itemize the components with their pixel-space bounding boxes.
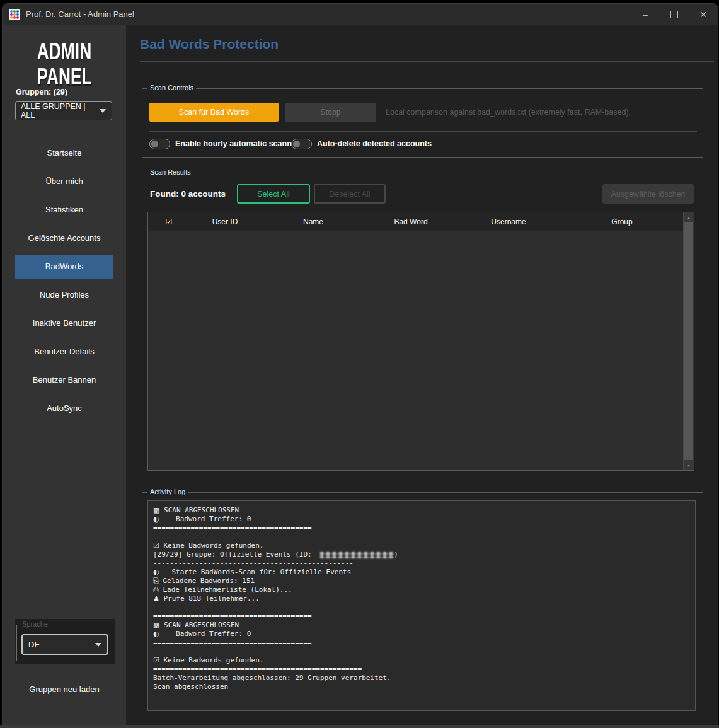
log-line: ◐ Badword Treffer: 0: [153, 515, 690, 524]
sidebar-item-geloeschte-accounts[interactable]: Gelöschte Accounts: [15, 226, 113, 250]
log-line: ⎙ Lade Teilnehmerliste (Lokal)...: [153, 586, 690, 594]
target-icon: ◐: [153, 515, 159, 523]
sidebar-item-statistiken[interactable]: Statistiken: [15, 198, 113, 222]
auto-delete-toggle-label: Auto-delete detected accounts: [317, 139, 432, 148]
badwords-file-icon: ⎘: [153, 577, 159, 585]
title-divider: [140, 61, 714, 62]
stop-button[interactable]: Stopp: [285, 103, 376, 122]
log-line: ======================================: [153, 612, 690, 621]
close-button[interactable]: ✕: [689, 4, 718, 25]
sidebar-item-inaktive-benutzer[interactable]: Inaktive Benutzer: [15, 311, 113, 335]
log-line: [153, 603, 690, 612]
vertical-scrollbar[interactable]: ▲ ▼: [683, 212, 694, 470]
scan-flag-icon: ▩: [153, 506, 159, 514]
toggle-off-icon: [291, 139, 312, 149]
check-icon: ☑: [153, 656, 159, 664]
bottom-edge: [0, 725, 719, 728]
column-header-select[interactable]: ☑: [166, 212, 173, 231]
log-line: [29/29] Gruppe: Offizielle Events (ID: -…: [153, 550, 690, 559]
sidebar-item-badwords[interactable]: BadWords: [15, 255, 113, 279]
column-header-user-id[interactable]: User ID: [212, 212, 238, 231]
reload-groups-button[interactable]: Gruppen neu laden: [3, 685, 126, 694]
activity-log-group: Activity Log ▩ SCAN ABGESCHLOSSEN◐ Badwo…: [142, 492, 703, 715]
scan-flag-icon: ▩: [153, 621, 159, 629]
column-header-username[interactable]: Username: [491, 212, 526, 231]
column-header-name[interactable]: Name: [303, 212, 323, 231]
scan-bad-words-button[interactable]: Scan für Bad Words: [149, 103, 279, 122]
log-line: ======================================: [153, 638, 690, 647]
log-line: ======================================: [153, 524, 690, 533]
auto-delete-toggle[interactable]: Auto-delete detected accounts: [291, 138, 432, 149]
found-accounts-label: Found: 0 accounts: [150, 184, 226, 204]
log-line: ☑ Keine Badwords gefunden.: [153, 541, 690, 550]
folder-open-icon: ⎙: [153, 586, 159, 594]
main-content: Bad Words Protection Scan Controls Scan …: [126, 25, 718, 725]
maximize-button[interactable]: [660, 4, 689, 25]
log-line: ========================================…: [153, 665, 690, 674]
table-header: ☑User IDNameBad WordUsernameGroup: [148, 212, 684, 231]
groups-dropdown[interactable]: ALLE GRUPPEN | ALL: [15, 101, 112, 120]
target-icon: ◐: [153, 630, 159, 638]
scroll-down-icon[interactable]: ▼: [684, 460, 694, 470]
app-icon: [9, 9, 20, 20]
maximize-icon: [670, 11, 678, 18]
log-line: ▩ SCAN ABGESCHLOSSEN: [153, 506, 690, 515]
chevron-down-icon: [100, 109, 106, 113]
scrollbar-thumb[interactable]: [684, 222, 693, 460]
log-line: ⎘ Geladene Badwords: 151: [153, 577, 690, 586]
sidebar-item-startseite[interactable]: Startseite: [15, 141, 113, 165]
redacted-group-id: [320, 552, 394, 558]
hourly-scan-toggle-label: Enable hourly automatic scanning: [175, 139, 304, 148]
activity-log-legend: Activity Log: [147, 488, 188, 495]
toggle-off-icon: [149, 139, 170, 149]
language-dropdown-value: DE: [28, 640, 40, 649]
log-line: [153, 533, 690, 541]
groups-count-label: Gruppen: (29): [16, 88, 67, 96]
log-line: ◐ Badword Treffer: 0: [153, 630, 690, 638]
deselect-all-button[interactable]: Deselect All: [314, 184, 386, 204]
language-panel: Sprache DE: [15, 619, 115, 664]
groups-dropdown-value: ALLE GRUPPEN | ALL: [21, 102, 100, 120]
column-header-group[interactable]: Group: [611, 212, 632, 231]
check-icon: ☑: [153, 541, 159, 550]
brand-title: ADMIN PANEL: [10, 38, 118, 90]
log-line: ▩ SCAN ABGESCHLOSSEN: [153, 621, 690, 630]
sidebar-item-nude-profiles[interactable]: Nude Profiles: [15, 283, 113, 307]
hourly-scan-toggle[interactable]: Enable hourly automatic scanning: [149, 138, 304, 149]
scan-controls-group: Scan Controls Scan für Bad Words Stopp L…: [142, 88, 703, 158]
log-line: ☑ Keine Badwords gefunden.: [153, 656, 690, 665]
sidebar: ADMIN PANEL Gruppen: (29) ALLE GRUPPEN |…: [3, 25, 126, 725]
controls-divider: [149, 131, 697, 132]
scan-results-group: Scan Results Found: 0 accounts Select Al…: [142, 173, 703, 477]
participants-icon: ♟: [153, 594, 159, 603]
scan-controls-legend: Scan Controls: [147, 84, 196, 91]
log-line: ♟ Prüfe 818 Teilnehmer...: [153, 594, 690, 603]
page-title: Bad Words Protection: [140, 37, 279, 52]
chevron-down-icon: [95, 643, 101, 647]
minimize-button[interactable]: –: [631, 4, 660, 25]
sidebar-item-ueber-mich[interactable]: Über mich: [15, 170, 113, 194]
sidebar-item-autosync[interactable]: AutoSync: [15, 396, 113, 420]
log-line: Batch-Verarbeitung abgeschlossen: 29 Gru…: [153, 674, 690, 683]
log-line: Scan abgeschlossen: [153, 683, 690, 691]
sidebar-item-benutzer-bannen[interactable]: Benutzer Bannen: [15, 368, 113, 392]
scroll-up-icon[interactable]: ▲: [684, 212, 694, 222]
language-dropdown[interactable]: DE: [21, 634, 108, 655]
column-header-bad-word[interactable]: Bad Word: [394, 212, 427, 231]
activity-log-text[interactable]: ▩ SCAN ABGESCHLOSSEN◐ Badword Treffer: 0…: [147, 500, 696, 711]
scan-results-legend: Scan Results: [147, 168, 193, 176]
results-table: ☑User IDNameBad WordUsernameGroup ▲ ▼: [147, 212, 694, 471]
log-line: [153, 647, 690, 656]
select-all-button[interactable]: Select All: [237, 184, 310, 204]
target-icon: ◐: [153, 568, 159, 576]
sidebar-menu: StartseiteÜber michStatistikenGelöschte …: [15, 141, 113, 425]
title-bar[interactable]: Prof. Dr. Carrot - Admin Panel – ✕: [3, 4, 718, 25]
app-window: Prof. Dr. Carrot - Admin Panel – ✕ ADMIN…: [2, 3, 718, 725]
log-line: ----------------------------------------…: [153, 559, 690, 568]
window-title: Prof. Dr. Carrot - Admin Panel: [26, 9, 134, 19]
delete-selected-button[interactable]: Ausgewählte löschen: [602, 184, 694, 204]
scan-hint-text: Local comparison against bad_words.txt (…: [386, 103, 631, 122]
log-line: ◐ Starte BadWords-Scan für: Offizielle E…: [153, 568, 690, 577]
sidebar-item-benutzer-details[interactable]: Benutzer Details: [15, 340, 113, 364]
